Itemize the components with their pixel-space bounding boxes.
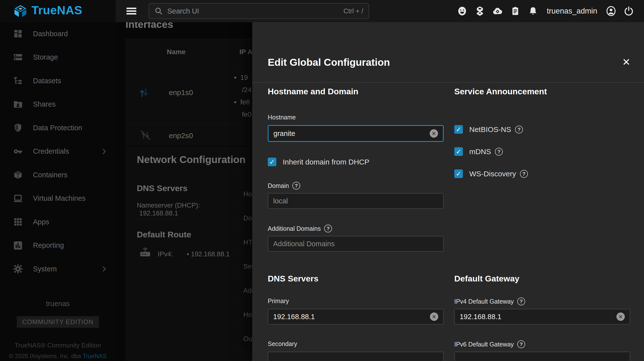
additional-domains-label: Additional Domains ? xyxy=(268,225,332,232)
help-icon[interactable]: ? xyxy=(495,148,503,156)
netbios-checkbox-row[interactable]: ✓ NetBIOS-NS? xyxy=(454,125,523,134)
logo[interactable]: TrueNAS xyxy=(0,0,116,22)
ipv6-gateway-label: IPv6 Default Gateway ? xyxy=(454,340,525,348)
search-shortcut: Ctrl + / xyxy=(344,8,363,15)
truecommand-icon[interactable] xyxy=(474,6,485,17)
clear-icon[interactable]: ✕ xyxy=(616,312,625,321)
ipv6-gateway-field[interactable] xyxy=(454,352,630,361)
help-icon[interactable]: ? xyxy=(324,225,332,232)
primary-dns-field[interactable]: ✕ xyxy=(268,309,444,324)
netbios-label: NetBIOS-NS xyxy=(469,125,511,134)
checkbox-checked-icon[interactable]: ✓ xyxy=(454,169,463,178)
mdns-checkbox-row[interactable]: ✓ mDNS? xyxy=(454,147,503,156)
help-icon[interactable]: ? xyxy=(292,182,300,190)
help-icon[interactable]: ? xyxy=(517,340,525,348)
checkbox-checked-icon[interactable]: ✓ xyxy=(268,158,276,166)
screen: Dashboard Storage Datasets Shares xyxy=(0,0,644,361)
domain-label: Domain ? xyxy=(268,182,300,190)
truenas-logo-icon xyxy=(14,5,27,18)
help-icon[interactable]: ? xyxy=(515,126,523,133)
ipv4-gateway-input[interactable] xyxy=(460,313,616,321)
search-icon xyxy=(154,7,163,15)
edit-global-configuration-modal: Edit Global Configuration ✕ Hostname and… xyxy=(252,22,644,361)
mdns-label: mDNS xyxy=(469,148,491,156)
feedback-smiley-icon[interactable] xyxy=(457,6,468,17)
ws-discovery-label: WS-Discovery xyxy=(469,170,516,178)
section-service-announcement: Service Announcement xyxy=(454,87,547,96)
inherit-domain-label: Inherit domain from DHCP xyxy=(283,158,369,166)
topbar-actions: truenas_admin xyxy=(457,0,644,22)
hostname-input[interactable] xyxy=(274,130,430,138)
additional-domains-field[interactable] xyxy=(268,236,444,252)
section-dns-servers: DNS Servers xyxy=(268,274,318,283)
hostname-field[interactable]: ✕ xyxy=(268,125,444,142)
cloud-status-icon[interactable] xyxy=(492,6,503,17)
modal-title: Edit Global Configuration xyxy=(268,57,390,68)
inherit-domain-checkbox-row[interactable]: ✓ Inherit domain from DHCP xyxy=(268,158,369,166)
section-hostname-domain: Hostname and Domain xyxy=(268,87,358,96)
topbar: TrueNAS Ctrl + / t xyxy=(0,0,644,22)
primary-dns-label: Primary xyxy=(268,297,289,305)
ipv4-gateway-field[interactable]: ✕ xyxy=(454,309,630,324)
search-input[interactable] xyxy=(167,7,344,15)
additional-domains-input[interactable] xyxy=(273,240,438,248)
alerts-bell-icon[interactable] xyxy=(528,6,538,17)
power-icon[interactable] xyxy=(623,6,634,17)
logged-in-username: truenas_admin xyxy=(545,7,599,16)
jobs-clipboard-icon[interactable] xyxy=(510,6,521,17)
ipv6-gateway-input[interactable] xyxy=(460,355,625,361)
brand-name: TrueNAS xyxy=(32,4,82,17)
secondary-dns-input[interactable] xyxy=(273,355,438,361)
domain-field[interactable] xyxy=(268,193,444,209)
ipv4-gateway-label: IPv4 Default Gateway ? xyxy=(454,297,525,305)
modal-header-divider xyxy=(252,82,644,83)
checkbox-checked-icon[interactable]: ✓ xyxy=(454,147,463,156)
user-avatar-icon[interactable] xyxy=(606,6,616,17)
primary-dns-input[interactable] xyxy=(273,313,430,321)
section-default-gateway: Default Gateway xyxy=(454,274,520,283)
domain-input[interactable] xyxy=(273,197,438,205)
clear-icon[interactable]: ✕ xyxy=(430,312,438,321)
clear-icon[interactable]: ✕ xyxy=(430,129,438,138)
secondary-dns-label: Secondary xyxy=(268,340,297,347)
menu-toggle-button[interactable] xyxy=(126,7,136,16)
hostname-label: Hostname xyxy=(268,114,296,121)
checkbox-checked-icon[interactable]: ✓ xyxy=(454,125,463,134)
help-icon[interactable]: ? xyxy=(520,170,528,178)
global-search[interactable]: Ctrl + / xyxy=(149,3,369,19)
help-icon[interactable]: ? xyxy=(517,297,525,305)
ws-discovery-checkbox-row[interactable]: ✓ WS-Discovery? xyxy=(454,169,528,178)
close-icon[interactable]: ✕ xyxy=(621,57,632,68)
secondary-dns-field[interactable] xyxy=(268,352,444,361)
